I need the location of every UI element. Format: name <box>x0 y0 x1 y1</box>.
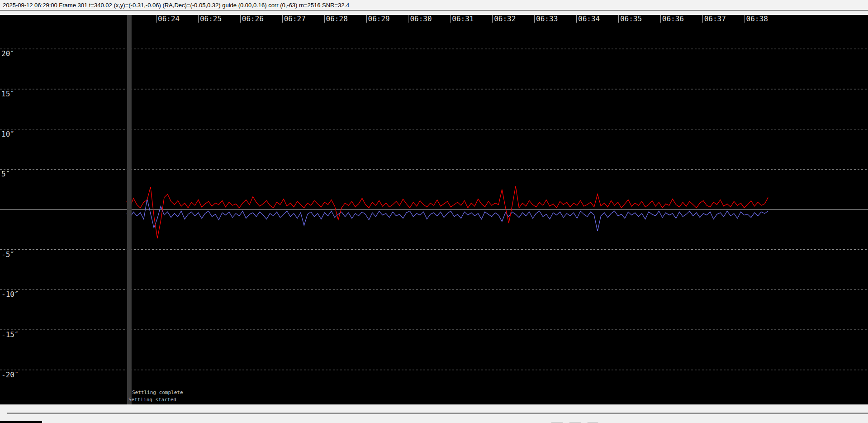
y-tick-label: 10″ <box>1 131 14 138</box>
x-tick-label: 06:26 <box>240 15 264 23</box>
x-tick-label: 06:27 <box>282 15 306 23</box>
y-tick-label: -5″ <box>1 251 14 258</box>
x-tick-label: 06:25 <box>198 15 222 23</box>
x-tick-label: 06:32 <box>492 15 516 23</box>
bottom-bar <box>0 404 868 423</box>
x-tick-label: 06:34 <box>576 15 600 23</box>
y-tick-label: -15″ <box>1 331 19 338</box>
x-tick-label: 06:31 <box>450 15 474 23</box>
y-tick-label: -20″ <box>1 371 19 379</box>
x-tick-label: 06:37 <box>702 15 726 23</box>
settle-marker-bar <box>127 15 132 404</box>
y-tick-label: 5″ <box>1 171 10 178</box>
plot-svg <box>0 15 868 404</box>
splitter-groove <box>7 413 868 414</box>
annotation-settling-started: Settling started <box>128 397 176 403</box>
x-tick-label: 06:33 <box>534 15 558 23</box>
guide-status-text: 2025-09-12 06:29:00 Frame 301 t=340.02 (… <box>3 2 349 9</box>
x-tick-label: 06:36 <box>660 15 684 23</box>
guide-status-bar: 2025-09-12 06:29:00 Frame 301 t=340.02 (… <box>0 0 868 11</box>
x-tick-label: 06:28 <box>324 15 348 23</box>
x-tick-label: 06:29 <box>366 15 390 23</box>
y-tick-label: -10″ <box>1 291 19 298</box>
x-tick-label: 06:24 <box>156 15 180 23</box>
x-tick-label: 06:30 <box>408 15 432 23</box>
x-tick-label: 06:35 <box>618 15 642 23</box>
annotation-settling-complete: Settling complete <box>132 390 183 395</box>
cutoff-black-panel <box>0 421 42 423</box>
y-tick-label: 20″ <box>1 50 14 57</box>
y-tick-label: 15″ <box>1 90 14 98</box>
guide-graph: 06:2406:2506:2606:2706:2806:2906:3006:31… <box>0 15 868 404</box>
trace-ra <box>127 199 768 231</box>
x-tick-label: 06:38 <box>745 15 768 23</box>
trace-dec <box>127 186 768 238</box>
